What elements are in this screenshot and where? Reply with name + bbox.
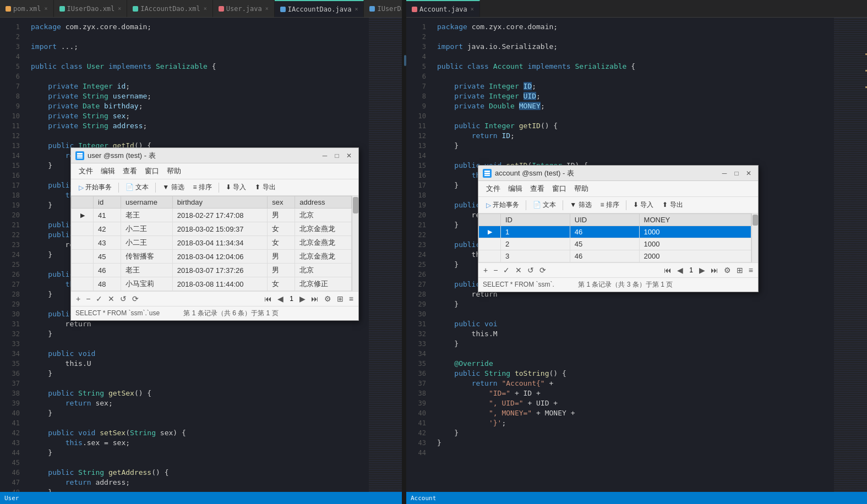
user-btn-sort[interactable]: ≡ 排序 <box>190 182 215 193</box>
account-btn-cancel-edit[interactable]: ✕ <box>514 265 524 275</box>
account-menu-edit[interactable]: 编辑 <box>505 183 526 195</box>
user-btn-text[interactable]: 📄 文本 <box>122 182 152 193</box>
account-window-close[interactable]: ✕ <box>744 168 754 178</box>
account-btn-settings[interactable]: ⚙ <box>722 265 733 275</box>
user-menu-view[interactable]: 查看 <box>119 165 140 177</box>
close-tab-iaccountdao-java[interactable]: × <box>355 6 358 12</box>
table-row[interactable]: 46老王2018-03-07 17:37:26男北京 <box>72 264 352 277</box>
account-sql-status: SELECT * FROM `ssm`. 第 1 条记录（共 3 条）于第 1 … <box>478 277 758 292</box>
user-btn-settings[interactable]: ⚙ <box>323 294 333 304</box>
tab-pom-xml[interactable]: pom.xml × <box>0 0 54 18</box>
user-btn-cancel-edit[interactable]: ✕ <box>106 294 116 304</box>
account-window-icon <box>483 169 492 178</box>
account-btn-refresh[interactable]: ↺ <box>526 265 536 275</box>
right-editor-pane: Account.java × 12345 678910 1112131415 1… <box>406 0 867 504</box>
account-btn-begin-tx[interactable]: ▷ 开始事务 <box>483 199 522 211</box>
account-menu-view[interactable]: 查看 <box>527 183 548 195</box>
account-menu-file[interactable]: 文件 <box>483 183 504 195</box>
svg-rect-1 <box>77 155 83 157</box>
user-btn-filter[interactable]: ▼ 筛选 <box>159 182 187 193</box>
user-btn-first-page[interactable]: ⏮ <box>263 294 274 304</box>
user-window-title: user @ssm (test) - 表 <box>88 151 156 161</box>
account-btn-list-view[interactable]: ≡ <box>747 265 755 275</box>
account-btn-import[interactable]: ⬇ 导入 <box>630 199 657 211</box>
account-window-title: account @ssm (test) - 表 <box>495 168 574 178</box>
user-menu-edit[interactable]: 编辑 <box>97 165 118 177</box>
user-btn-grid-view[interactable]: ⊞ <box>335 294 345 304</box>
user-btn-last-page[interactable]: ⏭ <box>309 294 320 304</box>
tab-iaccountdao-xml[interactable]: IAccountDao.xml × <box>127 0 212 18</box>
account-btn-refresh2[interactable]: ⟳ <box>538 265 548 275</box>
account-btn-next-page[interactable]: ▶ <box>697 265 707 275</box>
tab-iaccountdao-java[interactable]: IAccountDao.java × <box>275 0 364 18</box>
account-table-window: account @ssm (test) - 表 ─ □ ✕ 文件 编辑 查看 窗… <box>478 165 759 292</box>
account-window-maximize[interactable]: □ <box>732 168 741 178</box>
account-btn-text[interactable]: 📄 文本 <box>530 199 559 211</box>
table-row[interactable]: ▶ 1461000 <box>479 226 751 238</box>
table-row[interactable]: 43小二王2018-03-04 11:34:34女北京金燕龙 <box>72 236 352 250</box>
user-btn-confirm[interactable]: ✓ <box>94 294 104 304</box>
user-btn-export[interactable]: ⬆ 导出 <box>252 182 279 193</box>
account-menubar: 文件 编辑 查看 窗口 帮助 <box>478 181 758 197</box>
user-window-minimize[interactable]: ─ <box>320 151 330 161</box>
table-row[interactable]: 3462000 <box>479 250 751 262</box>
account-btn-first-page[interactable]: ⏮ <box>662 265 673 275</box>
close-tab-user-java[interactable]: × <box>265 6 269 12</box>
account-btn-last-page[interactable]: ⏭ <box>709 265 720 275</box>
close-tab-iuserdao-xml[interactable]: × <box>118 6 121 12</box>
user-pagination-text: 第 1 条记录（共 6 条）于第 1 页 <box>183 309 278 317</box>
user-btn-import[interactable]: ⬇ 导入 <box>222 182 249 193</box>
account-btn-export[interactable]: ⬆ 导出 <box>659 199 686 211</box>
account-btn-delete-row[interactable]: − <box>492 265 499 275</box>
close-tab-iaccountdao-xml[interactable]: × <box>204 6 207 12</box>
tab-account-java[interactable]: Account.java × <box>406 0 480 18</box>
table-row[interactable]: 2451000 <box>479 238 751 250</box>
account-btn-filter[interactable]: ▼ 筛选 <box>566 199 595 211</box>
account-window-minimize[interactable]: ─ <box>719 168 729 178</box>
account-btn-add-row[interactable]: + <box>482 265 489 275</box>
user-menu-window[interactable]: 窗口 <box>141 165 162 177</box>
close-tab-account-java[interactable]: × <box>471 6 474 12</box>
right-status-bar: Account <box>406 492 867 504</box>
user-btn-list-view[interactable]: ≡ <box>347 294 355 304</box>
close-tab-pom[interactable]: × <box>45 6 48 12</box>
user-btn-next-page[interactable]: ▶ <box>298 294 307 304</box>
account-table-container[interactable]: ID UID MONEY ▶ 1461000 <box>478 213 751 262</box>
tab-iuserdao-xml[interactable]: IUserDao.xml × <box>54 0 128 18</box>
account-table-scrollbar[interactable] <box>751 213 758 262</box>
table-row[interactable]: ▶ 41老王2018-02-27 17:47:08男北京 <box>72 209 352 222</box>
user-window-maximize[interactable]: □ <box>332 151 342 161</box>
table-row[interactable]: 45传智播客2018-03-04 12:04:06男北京金燕龙 <box>72 250 352 264</box>
svg-rect-4 <box>484 173 490 174</box>
user-window-titlebar[interactable]: user @ssm (test) - 表 ─ □ ✕ <box>71 148 358 163</box>
tab-iuserdao-java[interactable]: IUserDao.java × <box>364 0 402 18</box>
account-btn-prev-page[interactable]: ◀ <box>675 265 685 275</box>
left-minimap[interactable] <box>369 18 402 492</box>
account-menu-window[interactable]: 窗口 <box>549 183 570 195</box>
account-btn-confirm[interactable]: ✓ <box>501 265 511 275</box>
col-account-id: ID <box>501 214 570 226</box>
user-btn-add-row[interactable]: + <box>74 294 82 304</box>
right-line-numbers: 12345 678910 1112131415 1617181920 21222… <box>406 18 428 492</box>
user-btn-begin-tx[interactable]: ▷ 开始事务 <box>75 182 115 193</box>
user-menu-help[interactable]: 帮助 <box>163 165 184 177</box>
user-window-close[interactable]: ✕ <box>344 151 354 161</box>
user-btn-refresh[interactable]: ↺ <box>118 294 128 304</box>
account-window-controls: ─ □ ✕ <box>719 168 754 178</box>
tab-user-java[interactable]: User.java × <box>213 0 275 18</box>
account-btn-sort[interactable]: ≡ 排序 <box>597 199 623 211</box>
table-row[interactable]: 48小马宝莉2018-03-08 11:44:00女北京修正 <box>72 277 352 291</box>
account-window-titlebar[interactable]: account @ssm (test) - 表 ─ □ ✕ <box>478 166 758 181</box>
user-window-controls: ─ □ ✕ <box>320 151 354 161</box>
user-table-container[interactable]: id username birthday sex address ▶ 41老王2… <box>71 196 352 291</box>
table-row[interactable]: 42小二王2018-03-02 15:09:37女北京金燕龙 <box>72 222 352 236</box>
user-menu-file[interactable]: 文件 <box>75 165 96 177</box>
user-btn-prev-page[interactable]: ◀ <box>276 294 285 304</box>
right-minimap[interactable] <box>834 18 867 492</box>
user-table-scrollbar[interactable] <box>352 196 358 291</box>
account-menu-help[interactable]: 帮助 <box>571 183 592 195</box>
user-btn-refresh2[interactable]: ⟳ <box>130 294 140 304</box>
user-btn-delete-row[interactable]: − <box>84 294 92 304</box>
account-btn-grid-view[interactable]: ⊞ <box>735 265 745 275</box>
col-account-uid: UID <box>570 214 639 226</box>
